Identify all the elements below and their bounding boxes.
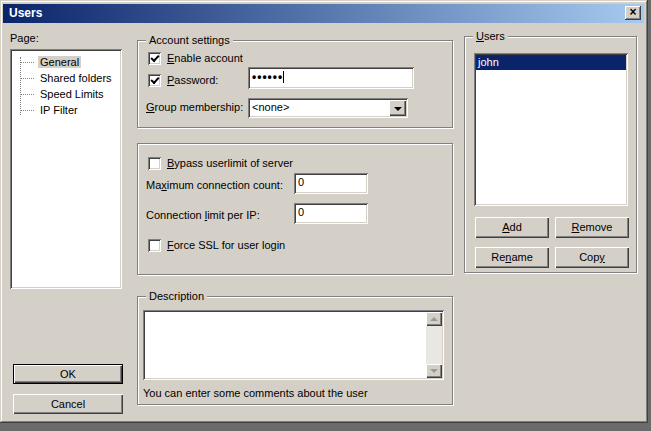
remove-button[interactable]: Remove: [555, 217, 629, 238]
copy-button[interactable]: Copy: [555, 247, 629, 268]
close-icon: ×: [629, 5, 636, 19]
ok-button[interactable]: OK: [13, 364, 123, 384]
account-settings-group: Account settings Enable account Password…: [137, 40, 453, 128]
ip-limit-label: Connection limit per IP:: [146, 209, 260, 221]
tree-item-general[interactable]: General: [12, 55, 120, 71]
users-group-title: Users: [473, 30, 508, 42]
users-listbox[interactable]: john: [474, 53, 628, 206]
password-input[interactable]: ••••••: [248, 67, 414, 89]
users-dialog: Users × Page: General Shared folders Spe…: [0, 0, 648, 423]
cancel-button[interactable]: Cancel: [13, 394, 123, 414]
password-checkbox[interactable]: [148, 74, 161, 87]
group-membership-dropdown-button[interactable]: [389, 100, 406, 116]
password-label: Password:: [167, 74, 218, 86]
description-textarea[interactable]: [143, 310, 444, 380]
description-hint: You can enter some comments about the us…: [143, 387, 368, 399]
tree-item-ip-filter[interactable]: IP Filter: [12, 103, 120, 119]
users-group: Users john Add Remove Rename Copy: [464, 36, 637, 273]
force-ssl-label: Force SSL for user login: [167, 239, 285, 251]
user-list-item-john[interactable]: john: [476, 55, 626, 70]
rename-button[interactable]: Rename: [475, 247, 549, 268]
group-membership-select[interactable]: <none>: [248, 98, 408, 118]
close-button[interactable]: ×: [625, 6, 641, 20]
page-tree: General Shared folders Speed Limits IP F…: [10, 49, 122, 289]
title-bar[interactable]: Users ×: [3, 4, 644, 23]
description-group: Description You can enter some comments …: [137, 296, 453, 405]
group-membership-value: <none>: [252, 101, 289, 113]
text-cursor: [283, 71, 284, 83]
scroll-up-button[interactable]: [426, 312, 442, 326]
group-membership-label: Group membership:: [146, 101, 243, 113]
bypass-userlimit-label: Bypass userlimit of server: [167, 157, 293, 169]
add-button[interactable]: Add: [475, 217, 549, 238]
window-title: Users: [9, 6, 42, 20]
description-scrollbar[interactable]: [426, 312, 442, 378]
force-ssl-checkbox[interactable]: [148, 239, 161, 252]
limits-group: Bypass userlimit of server Maximum conne…: [137, 143, 453, 275]
bypass-userlimit-checkbox[interactable]: [148, 157, 161, 170]
page-label: Page:: [10, 32, 39, 44]
max-connections-label: Maximum connection count:: [146, 179, 283, 191]
enable-account-checkbox[interactable]: [148, 52, 161, 65]
arrow-up-icon: [430, 317, 438, 321]
account-settings-title: Account settings: [146, 34, 233, 46]
max-connections-input[interactable]: 0: [294, 173, 368, 194]
description-title: Description: [146, 290, 207, 302]
chevron-down-icon: [394, 107, 402, 111]
tree-item-speed-limits[interactable]: Speed Limits: [12, 87, 120, 103]
arrow-down-icon: [430, 369, 438, 373]
tree-item-shared-folders[interactable]: Shared folders: [12, 71, 120, 87]
enable-account-label: Enable account: [167, 52, 243, 64]
ip-limit-input[interactable]: 0: [294, 203, 368, 224]
scroll-down-button[interactable]: [426, 364, 442, 378]
